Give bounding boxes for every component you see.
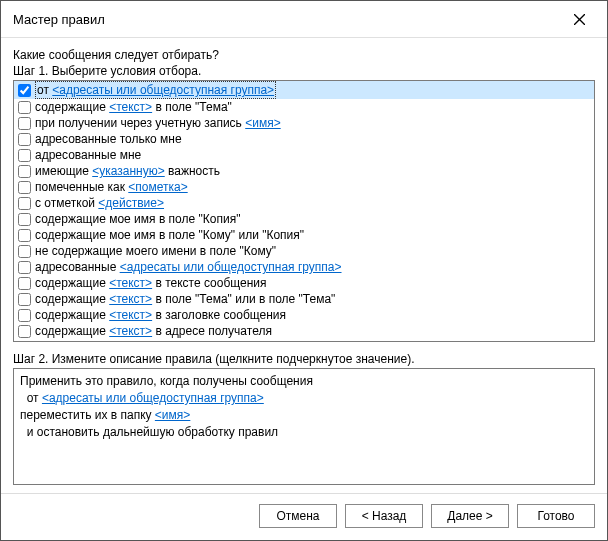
condition-token-link[interactable]: <текст> bbox=[109, 324, 152, 338]
condition-row[interactable]: содержащие <текст> в поле "Тема" или в п… bbox=[14, 291, 594, 307]
condition-checkbox[interactable] bbox=[18, 101, 31, 114]
condition-label: содержащие <текст> в тексте сообщения bbox=[35, 275, 267, 291]
condition-row[interactable]: от <адресаты или общедоступная группа> bbox=[14, 81, 594, 99]
condition-checkbox[interactable] bbox=[18, 117, 31, 130]
condition-label: помеченные как <пометка> bbox=[35, 179, 188, 195]
condition-label: содержащие мое имя в поле "Копия" bbox=[35, 211, 240, 227]
condition-row[interactable]: не содержащие моего имени в поле "Кому" bbox=[14, 243, 594, 259]
next-button[interactable]: Далее > bbox=[431, 504, 509, 528]
condition-token-link[interactable]: <адресаты или общедоступная группа> bbox=[120, 260, 342, 274]
cancel-button[interactable]: Отмена bbox=[259, 504, 337, 528]
condition-label: содержащие <текст> в адресе отправителя bbox=[35, 339, 278, 342]
step2-label: Шаг 2. Измените описание правила (щелкни… bbox=[13, 352, 595, 366]
condition-checkbox[interactable] bbox=[18, 229, 31, 242]
condition-row[interactable]: содержащие <текст> в тексте сообщения bbox=[14, 275, 594, 291]
condition-row[interactable]: при получении через учетную запись <имя> bbox=[14, 115, 594, 131]
condition-label: с отметкой <действие> bbox=[35, 195, 164, 211]
close-button[interactable] bbox=[559, 7, 599, 31]
condition-label: содержащие <текст> в поле "Тема" или в п… bbox=[35, 291, 335, 307]
back-button[interactable]: < Назад bbox=[345, 504, 423, 528]
desc-line: Применить это правило, когда получены со… bbox=[20, 373, 588, 390]
condition-row[interactable]: имеющие <указанную> важность bbox=[14, 163, 594, 179]
condition-row[interactable]: содержащие <текст> в заголовке сообщения bbox=[14, 307, 594, 323]
step1-label: Шаг 1. Выберите условия отбора. bbox=[13, 64, 595, 78]
conditions-listbox[interactable]: от <адресаты или общедоступная группа>со… bbox=[13, 80, 595, 342]
condition-label: адресованные мне bbox=[35, 147, 141, 163]
condition-row[interactable]: содержащие мое имя в поле "Копия" bbox=[14, 211, 594, 227]
condition-label: не содержащие моего имени в поле "Кому" bbox=[35, 243, 276, 259]
condition-token-link[interactable]: <действие> bbox=[98, 196, 164, 210]
condition-row[interactable]: содержащие мое имя в поле "Кому" или "Ко… bbox=[14, 227, 594, 243]
condition-row[interactable]: адресованные <адресаты или общедоступная… bbox=[14, 259, 594, 275]
condition-checkbox[interactable] bbox=[18, 149, 31, 162]
condition-checkbox[interactable] bbox=[18, 197, 31, 210]
condition-checkbox[interactable] bbox=[18, 84, 31, 97]
condition-label: адресованные <адресаты или общедоступная… bbox=[35, 259, 342, 275]
condition-token-link[interactable]: <текст> bbox=[109, 100, 152, 114]
condition-row[interactable]: адресованные мне bbox=[14, 147, 594, 163]
condition-row[interactable]: содержащие <текст> в адресе отправителя bbox=[14, 339, 594, 342]
close-icon bbox=[574, 14, 585, 25]
condition-token-link[interactable]: <текст> bbox=[109, 292, 152, 306]
rule-description-box: Применить это правило, когда получены со… bbox=[13, 368, 595, 485]
condition-checkbox[interactable] bbox=[18, 293, 31, 306]
dialog-content: Какие сообщения следует отбирать? Шаг 1.… bbox=[1, 38, 607, 493]
condition-checkbox[interactable] bbox=[18, 341, 31, 343]
condition-row[interactable]: адресованные только мне bbox=[14, 131, 594, 147]
desc-line: и остановить дальнейшую обработку правил bbox=[20, 424, 588, 441]
condition-checkbox[interactable] bbox=[18, 325, 31, 338]
prompt-text: Какие сообщения следует отбирать? bbox=[13, 48, 595, 62]
titlebar: Мастер правил bbox=[1, 1, 607, 38]
condition-label: содержащие <текст> в поле "Тема" bbox=[35, 99, 232, 115]
rules-wizard-dialog: Мастер правил Какие сообщения следует от… bbox=[0, 0, 608, 541]
condition-token-link[interactable]: <текст> bbox=[109, 276, 152, 290]
condition-row[interactable]: содержащие <текст> в поле "Тема" bbox=[14, 99, 594, 115]
condition-checkbox[interactable] bbox=[18, 165, 31, 178]
finish-button[interactable]: Готово bbox=[517, 504, 595, 528]
condition-label: содержащие <текст> в заголовке сообщения bbox=[35, 307, 286, 323]
condition-checkbox[interactable] bbox=[18, 133, 31, 146]
condition-token-link[interactable]: <адресаты или общедоступная группа> bbox=[52, 83, 274, 97]
condition-label: содержащие мое имя в поле "Кому" или "Ко… bbox=[35, 227, 304, 243]
condition-label: имеющие <указанную> важность bbox=[35, 163, 220, 179]
condition-checkbox[interactable] bbox=[18, 213, 31, 226]
condition-checkbox[interactable] bbox=[18, 277, 31, 290]
condition-token-link[interactable]: <указанную> bbox=[92, 164, 165, 178]
condition-row[interactable]: с отметкой <действие> bbox=[14, 195, 594, 211]
condition-label: адресованные только мне bbox=[35, 131, 182, 147]
button-bar: Отмена < Назад Далее > Готово bbox=[1, 493, 607, 540]
condition-label: содержащие <текст> в адресе получателя bbox=[35, 323, 272, 339]
condition-label: от <адресаты или общедоступная группа> bbox=[35, 81, 276, 99]
dialog-title: Мастер правил bbox=[13, 12, 559, 27]
desc-link-folder[interactable]: <имя> bbox=[155, 408, 190, 422]
condition-checkbox[interactable] bbox=[18, 245, 31, 258]
condition-token-link[interactable]: <пометка> bbox=[128, 180, 187, 194]
desc-link-recipients[interactable]: <адресаты или общедоступная группа> bbox=[42, 391, 264, 405]
condition-checkbox[interactable] bbox=[18, 181, 31, 194]
condition-checkbox[interactable] bbox=[18, 261, 31, 274]
desc-line: от <адресаты или общедоступная группа> bbox=[20, 390, 588, 407]
condition-label: при получении через учетную запись <имя> bbox=[35, 115, 281, 131]
condition-token-link[interactable]: <текст> bbox=[109, 308, 152, 322]
condition-row[interactable]: помеченные как <пометка> bbox=[14, 179, 594, 195]
condition-checkbox[interactable] bbox=[18, 309, 31, 322]
desc-line: переместить их в папку <имя> bbox=[20, 407, 588, 424]
condition-row[interactable]: содержащие <текст> в адресе получателя bbox=[14, 323, 594, 339]
condition-token-link[interactable]: <имя> bbox=[245, 116, 280, 130]
condition-token-link[interactable]: <текст> bbox=[109, 340, 152, 342]
